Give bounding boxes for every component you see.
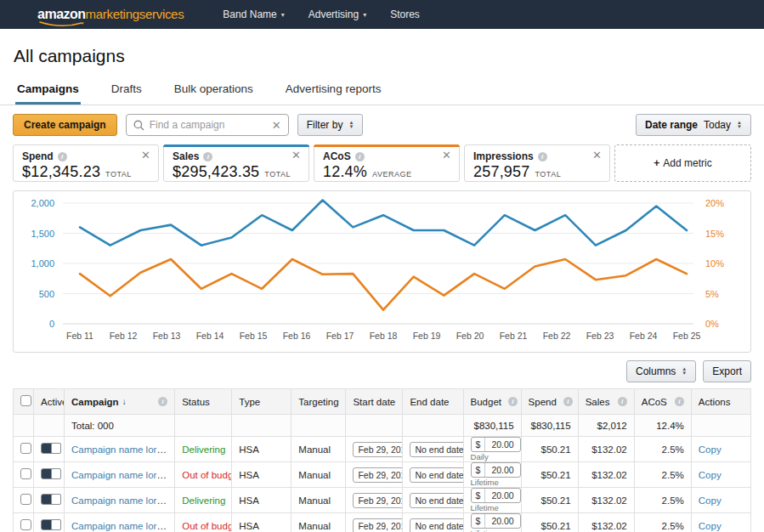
tab-bulk-operations[interactable]: Bulk operations — [173, 77, 255, 105]
status-cell: Delivering — [175, 488, 232, 513]
export-button[interactable]: Export — [703, 360, 751, 382]
search-input[interactable] — [150, 119, 267, 131]
copy-link[interactable]: Copy — [699, 444, 722, 455]
budget-cell: $20.00Lifetime — [463, 513, 521, 532]
tab-advertising-reports[interactable]: Advertising reports — [284, 77, 383, 105]
sales-cell: $132.02 — [578, 513, 634, 532]
tab-bar: CampaignsDraftsBulk operationsAdvertisin… — [0, 77, 764, 105]
select-row-checkbox[interactable] — [20, 519, 31, 530]
status-text: Delivering — [182, 495, 225, 506]
clear-search-icon[interactable]: ✕ — [272, 120, 281, 131]
close-metric-icon[interactable]: ✕ — [592, 150, 602, 161]
header-label-wrap: Status — [182, 397, 224, 407]
create-campaign-button[interactable]: Create campaign — [13, 114, 117, 136]
status-cell: Delivering — [175, 437, 232, 462]
nav-item-advertising[interactable]: Advertising▾ — [308, 8, 366, 20]
budget-input[interactable]: $20.00 — [471, 513, 521, 529]
close-metric-icon[interactable]: ✕ — [442, 150, 451, 161]
select-cell — [14, 488, 34, 513]
table-header-row: ActiveCampaign↓iStatusTypeTargetingiStar… — [14, 389, 751, 415]
sort-carets-icon: ▲▼ — [737, 121, 742, 129]
metric-card-acos[interactable]: ACoSi✕12.4%AVERAGE — [314, 144, 460, 182]
info-icon: i — [203, 152, 212, 161]
filter-by-button[interactable]: Filter by ▲▼ — [297, 114, 364, 136]
budget-period: Lifetime — [471, 504, 514, 512]
end-date-cell: No end date — [403, 437, 463, 462]
copy-link[interactable]: Copy — [699, 521, 722, 531]
start-date-input[interactable]: Feb 29, 2018 — [353, 442, 403, 457]
campaign-cell: Campaign name lorem ipsum sit... — [65, 437, 175, 462]
spend-value: $50.21 — [540, 521, 570, 531]
start-date-input[interactable]: Feb 29, 2018 — [353, 493, 403, 508]
end-date-input[interactable]: No end date — [410, 518, 463, 532]
metric-card-impressions[interactable]: Impressionsi✕257,957TOTAL — [464, 144, 610, 182]
campaign-link[interactable]: Campaign name lorem ipsum sit... — [71, 470, 175, 480]
spend-cell: $50.21 — [521, 513, 578, 532]
columns-button[interactable]: Columns ▲▼ — [626, 360, 696, 382]
budget-input[interactable]: $20.00 — [471, 437, 521, 452]
campaign-search[interactable]: ✕ — [126, 114, 289, 136]
column-header-select[interactable] — [14, 389, 34, 415]
nav-item-band-name[interactable]: Band Name▾ — [223, 8, 284, 20]
metric-card-spend[interactable]: Spendi✕$12,345.23TOTAL — [13, 144, 159, 182]
campaign-link[interactable]: Campaign name lorem ipsum sit... — [71, 521, 175, 531]
budget-value: 20.00 — [485, 514, 519, 528]
sales-line-series — [80, 201, 687, 246]
select-row-checkbox[interactable] — [20, 494, 31, 505]
sales-value: $132.02 — [591, 444, 627, 455]
targeting-text: Manual — [298, 521, 331, 531]
select-row-checkbox[interactable] — [20, 468, 31, 479]
end-date-input[interactable]: No end date — [410, 493, 463, 508]
spend-cell: $50.21 — [521, 488, 578, 513]
acos-value: 2.5% — [662, 495, 684, 506]
type-text: HSA — [239, 444, 259, 455]
status-text: Delivering — [182, 444, 225, 455]
select-row-checkbox[interactable] — [20, 443, 31, 454]
header-label-wrap: Type — [239, 397, 284, 407]
chevron-down-icon: ▾ — [363, 11, 366, 19]
info-icon: i — [355, 152, 365, 161]
select-cell — [14, 462, 34, 488]
axis-tick-label: Feb 24 — [630, 331, 658, 341]
campaign-cell: Campaign name lorem ipsum sit... — [65, 462, 175, 488]
budget-period: Lifetime — [471, 478, 514, 487]
status-cell: Out of budget — [175, 462, 232, 488]
copy-link[interactable]: Copy — [699, 470, 722, 480]
metric-name: Sales — [173, 150, 199, 162]
column-label: Start date — [353, 397, 395, 407]
budget-input[interactable]: $20.00 — [471, 488, 521, 503]
active-toggle[interactable] — [41, 468, 61, 479]
campaign-link[interactable]: Campaign name lorem ipsum sit... — [71, 495, 175, 506]
metric-card-sales[interactable]: Salesi✕$295,423.35TOTAL — [163, 144, 309, 182]
active-toggle[interactable] — [41, 519, 61, 530]
start-date-cell: Feb 29, 2018 — [346, 437, 403, 462]
end-date-input[interactable]: No end date — [410, 467, 463, 483]
axis-tick-label: 0 — [49, 319, 54, 329]
active-toggle[interactable] — [41, 443, 61, 454]
copy-link[interactable]: Copy — [699, 495, 722, 506]
budget-input[interactable]: $20.00 — [471, 462, 521, 478]
end-date-input[interactable]: No end date — [410, 442, 463, 457]
date-range-value: Today — [704, 119, 731, 131]
start-date-input[interactable]: Feb 29, 2018 — [353, 518, 403, 532]
close-metric-icon[interactable]: ✕ — [141, 150, 150, 161]
active-toggle[interactable] — [41, 494, 61, 505]
select-all-checkbox[interactable] — [20, 395, 31, 406]
axis-tick-label: Feb 18 — [370, 331, 398, 341]
campaign-link[interactable]: Campaign name lorem ipsum sit... — [71, 444, 175, 455]
axis-tick-label: Feb 16 — [283, 331, 311, 341]
close-metric-icon[interactable]: ✕ — [291, 150, 301, 161]
column-header-budget: Budgeti — [463, 389, 521, 415]
column-header-campaign[interactable]: Campaign↓i — [65, 389, 175, 415]
tab-drafts[interactable]: Drafts — [110, 77, 144, 105]
add-metric-button[interactable]: + Add metric — [614, 144, 751, 182]
end-date-cell: No end date — [403, 488, 463, 513]
nav-item-stores[interactable]: Stores — [390, 8, 420, 20]
column-header-targeting: Targetingi — [291, 389, 346, 415]
amazon-logo[interactable]: amazon marketingservices — [37, 7, 184, 22]
date-range-button[interactable]: Date range Today ▲▼ — [636, 114, 751, 136]
tab-campaigns[interactable]: Campaigns — [15, 77, 81, 105]
axis-tick-label: Feb 25 — [673, 331, 701, 341]
metric-value: 12.4% — [323, 163, 367, 181]
start-date-input[interactable]: Feb 29, 2018 — [353, 467, 403, 483]
